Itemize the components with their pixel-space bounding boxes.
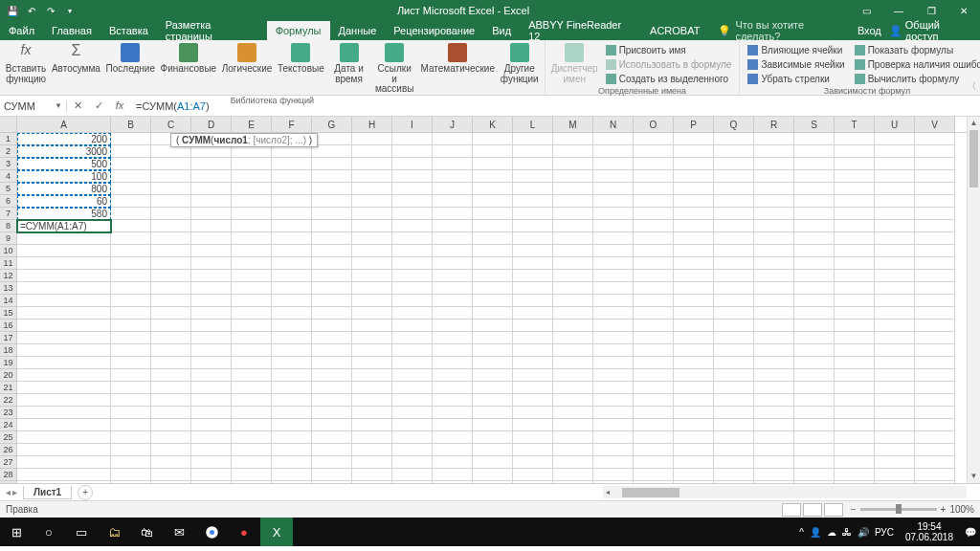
cell-M18[interactable] xyxy=(553,344,593,357)
cell-U25[interactable] xyxy=(875,431,915,444)
cell-D4[interactable] xyxy=(191,170,232,183)
share-button[interactable]: 👤 Общий доступ xyxy=(889,19,972,42)
cell-M15[interactable] xyxy=(553,307,593,320)
cell-P19[interactable] xyxy=(674,357,714,369)
col-header-U[interactable]: U xyxy=(875,117,915,132)
cell-T10[interactable] xyxy=(835,245,875,257)
zoom-control[interactable]: − + 100% xyxy=(851,504,974,515)
cell-R11[interactable] xyxy=(754,257,794,270)
cell-V4[interactable] xyxy=(915,170,955,183)
cell-V11[interactable] xyxy=(915,257,955,270)
cell-T5[interactable] xyxy=(835,183,875,195)
cell-Q10[interactable] xyxy=(714,245,754,257)
cell-D26[interactable] xyxy=(191,444,232,456)
cell-N23[interactable] xyxy=(593,407,634,419)
cell-G14[interactable] xyxy=(312,295,352,307)
cell-Q28[interactable] xyxy=(714,469,754,481)
cell-V8[interactable] xyxy=(915,220,955,232)
undo-icon[interactable]: ↶ xyxy=(25,4,38,17)
vertical-scrollbar[interactable]: ▲ ▼ xyxy=(967,117,980,483)
cell-S25[interactable] xyxy=(794,431,835,444)
cell-O13[interactable] xyxy=(634,282,674,295)
cell-I20[interactable] xyxy=(392,369,433,382)
cell-Q25[interactable] xyxy=(714,431,754,444)
cell-Q14[interactable] xyxy=(714,295,754,307)
cell-D16[interactable] xyxy=(191,320,232,332)
cell-H18[interactable] xyxy=(352,344,392,357)
cell-K18[interactable] xyxy=(473,344,513,357)
cell-G28[interactable] xyxy=(312,469,352,481)
onedrive-icon[interactable]: ☁ xyxy=(827,527,836,538)
volume-icon[interactable]: 🔊 xyxy=(858,527,869,538)
row-header-9[interactable]: 9 xyxy=(0,232,17,245)
cell-B14[interactable] xyxy=(111,295,151,307)
cell-V9[interactable] xyxy=(915,232,955,245)
cell-E25[interactable] xyxy=(232,431,272,444)
cell-A18[interactable] xyxy=(17,344,111,357)
cell-T25[interactable] xyxy=(835,431,875,444)
cell-R27[interactable] xyxy=(754,456,794,469)
cell-V10[interactable] xyxy=(915,245,955,257)
cell-T12[interactable] xyxy=(835,270,875,282)
cell-S1[interactable] xyxy=(794,133,835,145)
cell-A2[interactable]: 3000 xyxy=(17,145,111,158)
col-header-A[interactable]: A xyxy=(17,117,111,132)
cell-F28[interactable] xyxy=(272,469,312,481)
cell-K21[interactable] xyxy=(473,382,513,394)
cell-A9[interactable] xyxy=(17,232,111,245)
cell-A26[interactable] xyxy=(17,444,111,456)
create-from-selection-button[interactable]: Создать из выделенного xyxy=(604,72,734,85)
cell-D25[interactable] xyxy=(191,431,232,444)
cell-R4[interactable] xyxy=(754,170,794,183)
cell-E24[interactable] xyxy=(232,419,272,431)
cell-V20[interactable] xyxy=(915,369,955,382)
cell-P14[interactable] xyxy=(674,295,714,307)
define-name-button[interactable]: Присвоить имя xyxy=(604,43,734,56)
cell-U5[interactable] xyxy=(875,183,915,195)
cell-U14[interactable] xyxy=(875,295,915,307)
cell-G4[interactable] xyxy=(312,170,352,183)
cell-G16[interactable] xyxy=(312,320,352,332)
cell-G17[interactable] xyxy=(312,332,352,344)
cell-H22[interactable] xyxy=(352,394,392,407)
cell-T11[interactable] xyxy=(835,257,875,270)
cell-V6[interactable] xyxy=(915,195,955,208)
cell-A11[interactable] xyxy=(17,257,111,270)
col-header-V[interactable]: V xyxy=(915,117,955,132)
cell-G19[interactable] xyxy=(312,357,352,369)
cell-D12[interactable] xyxy=(191,270,232,282)
cell-Q17[interactable] xyxy=(714,332,754,344)
cell-Q15[interactable] xyxy=(714,307,754,320)
cell-N13[interactable] xyxy=(593,282,634,295)
cell-E5[interactable] xyxy=(232,183,272,195)
row-header-1[interactable]: 1 xyxy=(0,133,17,145)
people-icon[interactable]: 👤 xyxy=(810,527,821,538)
cell-O6[interactable] xyxy=(634,195,674,208)
cell-T18[interactable] xyxy=(835,344,875,357)
cell-J3[interactable] xyxy=(433,158,473,170)
cell-N3[interactable] xyxy=(593,158,634,170)
cell-L6[interactable] xyxy=(513,195,553,208)
cell-U23[interactable] xyxy=(875,407,915,419)
row-header-21[interactable]: 21 xyxy=(0,382,17,394)
cell-H14[interactable] xyxy=(352,295,392,307)
cell-U4[interactable] xyxy=(875,170,915,183)
cell-S5[interactable] xyxy=(794,183,835,195)
cell-M11[interactable] xyxy=(553,257,593,270)
cell-U3[interactable] xyxy=(875,158,915,170)
cell-H5[interactable] xyxy=(352,183,392,195)
cell-U9[interactable] xyxy=(875,232,915,245)
cell-H23[interactable] xyxy=(352,407,392,419)
cell-B8[interactable] xyxy=(111,220,151,232)
cell-S22[interactable] xyxy=(794,394,835,407)
cell-E15[interactable] xyxy=(232,307,272,320)
col-header-B[interactable]: B xyxy=(111,117,151,132)
cell-F11[interactable] xyxy=(272,257,312,270)
cell-I6[interactable] xyxy=(392,195,433,208)
cell-R7[interactable] xyxy=(754,208,794,220)
minimize-icon[interactable]: — xyxy=(882,0,915,21)
cell-K2[interactable] xyxy=(473,145,513,158)
task-view-icon[interactable]: ▭ xyxy=(65,518,98,546)
cell-O12[interactable] xyxy=(634,270,674,282)
cell-E13[interactable] xyxy=(232,282,272,295)
